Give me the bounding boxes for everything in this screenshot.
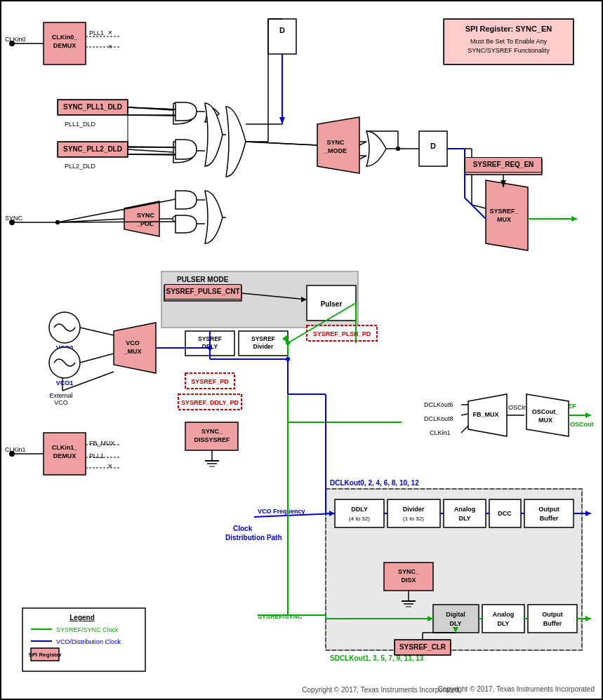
svg-text:DISSYSREF: DISSYSREF	[194, 436, 230, 443]
svg-text:DCLKout6: DCLKout6	[424, 401, 453, 408]
svg-text:SYNC: SYNC	[137, 212, 155, 219]
svg-line-94	[80, 354, 114, 363]
svg-text:Legend: Legend	[69, 614, 95, 621]
diagram-container: PULSER MODE DCLKout0, 2, 4, 6, 8, 10, 12…	[0, 0, 603, 700]
svg-text:OSCin: OSCin	[508, 404, 527, 411]
svg-text:VCO/Distribution Clock: VCO/Distribution Clock	[56, 638, 121, 645]
svg-text:VCO: VCO	[54, 399, 68, 406]
svg-point-233	[55, 220, 60, 224]
svg-text:CLKin0: CLKin0	[5, 36, 26, 43]
svg-marker-82	[571, 216, 577, 222]
svg-text:Digital: Digital	[446, 611, 465, 618]
svg-text:OSCout: OSCout	[570, 421, 594, 428]
svg-text:SYSREF/SYNC Clock: SYSREF/SYNC Clock	[56, 626, 119, 633]
svg-text:CLKin1_: CLKin1_	[52, 444, 79, 451]
svg-text:CLKin0_: CLKin0_	[52, 34, 79, 41]
svg-text:VCO: VCO	[126, 339, 140, 346]
svg-text:Output: Output	[538, 506, 559, 513]
svg-text:_MUX: _MUX	[123, 348, 141, 355]
svg-text:SYSREF/SYNC: SYSREF/SYNC	[258, 613, 303, 620]
svg-text:PLL1: PLL1	[89, 29, 104, 36]
svg-text:FB_MUX: FB_MUX	[472, 411, 498, 418]
svg-text:Buffer: Buffer	[543, 620, 562, 627]
sysref-pulse-cnt-register: SYSREF_PULSE_CNT	[164, 284, 241, 299]
svg-text:_MODE: _MODE	[324, 147, 347, 154]
svg-line-250	[465, 198, 486, 219]
svg-marker-161	[585, 511, 591, 516]
svg-text:Analog: Analog	[454, 506, 476, 513]
sync-pll1-dld-register: SYNC_PLL1_DLD	[58, 100, 128, 115]
svg-text:SYNC_: SYNC_	[398, 568, 420, 575]
svg-marker-140	[526, 394, 569, 436]
svg-point-213	[286, 357, 290, 361]
svg-rect-149	[387, 499, 440, 527]
svg-marker-176	[585, 616, 591, 621]
svg-text:SYNC_: SYNC_	[201, 428, 223, 435]
svg-text:DLY: DLY	[458, 515, 470, 522]
svg-text:SYSREF_DDLY_PD: SYSREF_DDLY_PD	[181, 399, 239, 406]
svg-text:SYSREF_PD: SYSREF_PD	[191, 378, 229, 385]
svg-line-245	[246, 142, 317, 145]
svg-text:DISX: DISX	[401, 577, 416, 584]
svg-rect-157	[524, 499, 574, 527]
sync-pll2-dld-register: SYNC_PLL2_DLD	[58, 142, 128, 157]
svg-marker-32	[124, 201, 159, 236]
svg-text:(4 to 32): (4 to 32)	[349, 516, 370, 522]
svg-text:External: External	[49, 392, 72, 399]
svg-marker-144	[585, 412, 591, 418]
svg-text:SYSREF_: SYSREF_	[489, 208, 519, 215]
svg-text:PULSER MODE: PULSER MODE	[177, 276, 229, 283]
svg-text:VCO Frequency: VCO Frequency	[258, 508, 305, 515]
svg-line-236	[128, 115, 175, 116]
svg-text:Clock: Clock	[233, 525, 253, 532]
spi-note-box: SPI Register: SYNC_EN Must Be Set To Ena…	[444, 19, 574, 65]
svg-line-55	[58, 222, 175, 222]
svg-text:DLY: DLY	[497, 620, 509, 627]
svg-text:×: ×	[108, 29, 112, 36]
svg-marker-71	[486, 180, 528, 250]
svg-text:(1 to 32): (1 to 32)	[403, 516, 424, 522]
copyright-text: Copyright © 2017, Texas Instruments Inco…	[438, 685, 595, 693]
svg-rect-146	[335, 499, 384, 527]
svg-rect-172	[528, 605, 577, 633]
svg-text:DLY: DLY	[449, 620, 461, 627]
svg-text:SYNC: SYNC	[5, 215, 23, 222]
svg-text:Output: Output	[542, 611, 563, 618]
svg-text:MUX: MUX	[497, 216, 511, 223]
svg-line-47	[128, 149, 173, 152]
svg-text:Buffer: Buffer	[540, 515, 559, 522]
svg-text:OSCout_: OSCout_	[532, 408, 559, 415]
svg-text:CLKin1: CLKin1	[430, 429, 451, 436]
svg-text:SYSREF_PLSR_PD: SYSREF_PLSR_PD	[313, 330, 371, 337]
svg-text:Divider: Divider	[253, 343, 274, 350]
svg-text:PLL1: PLL1	[89, 452, 104, 459]
svg-text:Divider: Divider	[403, 506, 425, 513]
svg-rect-169	[482, 605, 524, 633]
svg-text:DCLKout0, 2, 4, 6, 8, 10, 12: DCLKout0, 2, 4, 6, 8, 10, 12	[330, 479, 419, 487]
svg-text:MUX: MUX	[538, 417, 552, 424]
svg-text:SPI Register: SPI Register	[28, 652, 61, 658]
sysref-req-en-register: SYSREF_REQ_EN	[465, 157, 542, 173]
sysref-clr-register: SYSREF_CLR	[395, 640, 451, 655]
svg-text:DEMUX: DEMUX	[53, 452, 77, 459]
svg-text:SYNC: SYNC	[326, 139, 345, 146]
svg-text:VCO1: VCO1	[56, 379, 74, 386]
svg-text:D: D	[430, 142, 436, 150]
svg-text:Distribution Path: Distribution Path	[225, 534, 282, 541]
svg-line-93	[80, 328, 114, 335]
svg-line-137	[461, 426, 468, 433]
svg-text:D: D	[279, 26, 285, 34]
svg-text:DEMUX: DEMUX	[53, 42, 77, 49]
svg-text:FB_MUX: FB_MUX	[89, 440, 115, 447]
svg-text:Pulser: Pulser	[321, 300, 343, 308]
svg-text:SYSREF: SYSREF	[251, 335, 275, 342]
svg-text:Analog: Analog	[493, 611, 515, 618]
svg-text:CLKin1: CLKin1	[5, 446, 26, 453]
svg-text:×: ×	[108, 462, 112, 470]
svg-text:PLL1_DLD: PLL1_DLD	[65, 121, 96, 128]
svg-rect-152	[444, 499, 486, 527]
svg-rect-56	[268, 19, 296, 54]
svg-point-201	[286, 341, 290, 345]
svg-line-238	[128, 154, 175, 155]
svg-text:PLL2_DLD: PLL2_DLD	[65, 163, 96, 170]
